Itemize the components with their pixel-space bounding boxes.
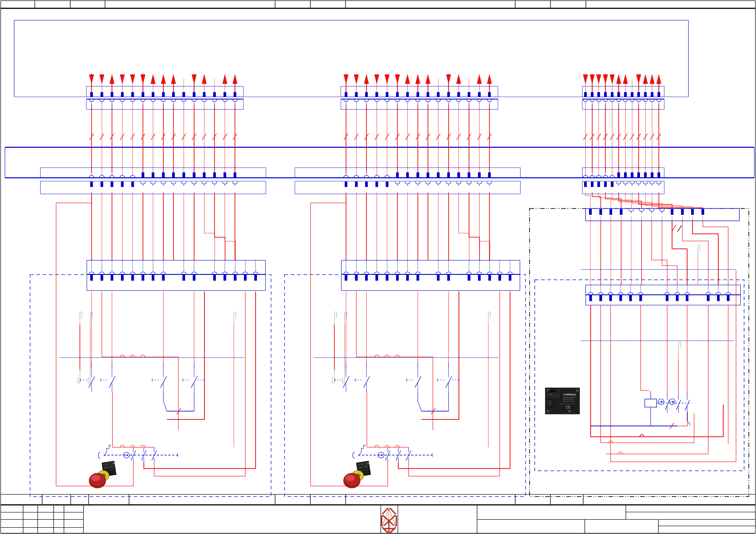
reserve-wire-hooks [332,312,491,447]
wire-bundle [89,74,237,173]
routed-red-wires [591,270,736,462]
inner-drop-wires [590,221,728,285]
ce-mark-label: CE [566,405,570,409]
inner-terminal-strip [585,209,740,221]
strip-b-to-c-wires [346,192,490,260]
strip-b-to-c-wires [92,192,235,260]
schematic-sheet: SCHMERSALCE SCHMERSAL [0,0,756,534]
routed-red-wires [56,203,256,486]
sheet-frame [1,1,755,533]
fanout-wires [585,192,703,209]
schematic-section-2 [284,74,526,496]
schematic-section-3: SCHMERSALCE [529,74,749,496]
terminal-strip-a [341,86,498,110]
title-block [1,505,755,533]
terminal-strip-a [582,86,664,110]
schmersal-brand-label: SCHMERSAL [563,393,577,396]
plc-zone-rect [14,20,688,97]
enclosure-dashed-border [30,275,271,496]
terminal-strip-b [582,168,664,194]
company-logo [382,508,396,533]
terminal-strip-a [86,86,243,110]
machine-dashdot-border [529,209,749,496]
emergency-stop-button-photo [343,461,371,488]
terminal-strip-c [586,285,741,305]
wire-bundle [343,74,492,173]
contact-symbols [335,292,459,414]
emergency-stop-button-photo [89,461,116,488]
reserve-wire-hooks [678,245,700,394]
key-switch-row [353,445,432,462]
routed-red-wires [310,203,510,486]
contact-symbols [80,292,204,414]
key-switch-row [98,445,178,462]
reserve-wire-hooks [78,312,236,447]
schematic-section-1 [30,74,271,496]
terminal-strip-c [341,260,520,291]
top-reference-strip [1,1,755,8]
safety-relay-circuit [590,391,691,429]
terminal-strip-c [87,260,265,291]
bottom-reference-strip [1,494,755,505]
wiring-diagram-canvas: SCHMERSALCE [0,0,756,534]
enclosure-dashed-border [535,280,744,471]
schmersal-safety-switch-photo: SCHMERSALCE [545,388,580,414]
wire-bundle [583,74,661,173]
enclosure-dashed-border [284,275,526,496]
cable-duct-band [5,147,754,178]
